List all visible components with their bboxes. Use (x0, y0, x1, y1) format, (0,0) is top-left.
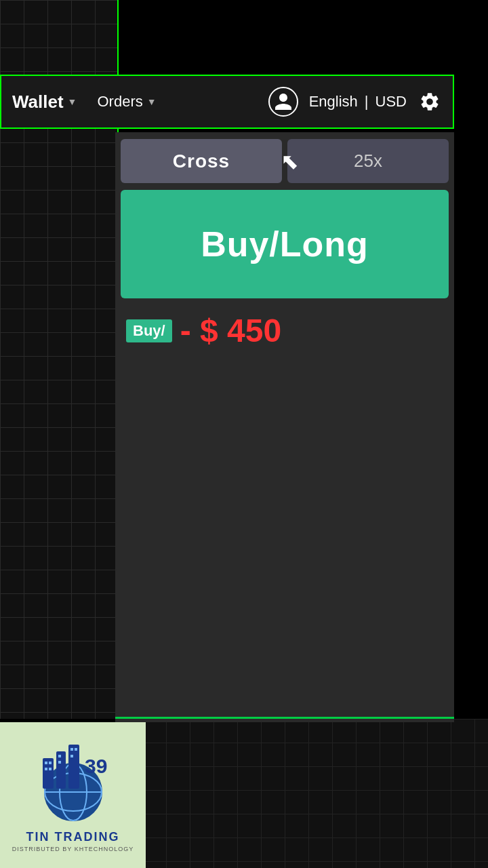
cross-button[interactable]: Cross (121, 139, 282, 183)
svg-rect-8 (49, 762, 52, 764)
orders-label: Orders (97, 93, 142, 111)
wallet-label: Wallet (12, 92, 64, 113)
settings-button[interactable] (418, 90, 442, 114)
avatar[interactable] (268, 87, 298, 117)
buy-long-button[interactable]: Buy/Long (121, 190, 449, 298)
cursor-arrow-icon: ⬉ (281, 149, 299, 174)
order-amount: - $ 450 (180, 312, 281, 349)
orders-arrow-icon: ▼ (147, 96, 157, 107)
tin-trading-logo: 39 (29, 738, 117, 826)
watermark: 39 TIN TRADING DISTRIBUTED BY KHTECHNOLO… (0, 722, 146, 868)
svg-rect-13 (70, 748, 73, 751)
svg-text:39: 39 (85, 755, 107, 777)
nav-divider: | (365, 93, 369, 111)
orders-menu[interactable]: Orders ▼ (97, 93, 156, 111)
svg-rect-10 (49, 768, 52, 770)
leverage-button[interactable]: ⬉ 25x (287, 139, 449, 183)
watermark-sub: DISTRIBUTED BY KHTECHNOLOGY (12, 846, 134, 852)
svg-rect-14 (75, 748, 77, 751)
svg-rect-6 (68, 745, 79, 789)
currency-label: USD (375, 93, 407, 111)
svg-rect-11 (58, 755, 61, 757)
svg-rect-15 (70, 755, 73, 757)
svg-rect-9 (45, 768, 47, 770)
svg-rect-7 (45, 762, 47, 764)
buy-badge: Buy/ (126, 319, 172, 342)
svg-rect-4 (43, 758, 54, 789)
green-line (115, 717, 454, 719)
language-label: English (309, 93, 358, 111)
wallet-menu[interactable]: Wallet ▼ (12, 92, 77, 113)
svg-rect-12 (58, 761, 61, 764)
navbar: Wallet ▼ Orders ▼ English | USD (0, 75, 454, 129)
trading-panel: Cross ⬉ 25x Buy/Long Buy/ - $ 450 (115, 132, 454, 722)
brand-text: TIN TRADING (26, 830, 120, 844)
bottom-grid (142, 719, 488, 868)
wallet-arrow-icon: ▼ (68, 96, 77, 107)
leverage-row: Cross ⬉ 25x (115, 132, 454, 190)
order-info-row: Buy/ - $ 450 (115, 304, 454, 357)
